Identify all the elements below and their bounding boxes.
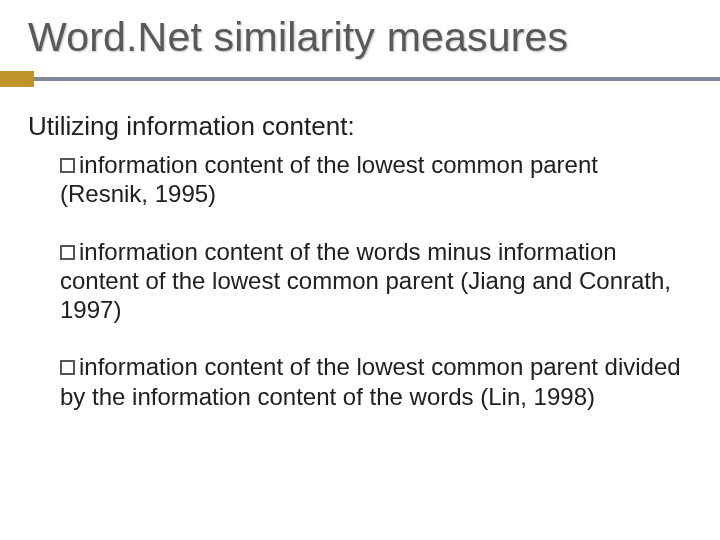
bullet-square-icon bbox=[60, 245, 75, 260]
accent-block bbox=[0, 71, 34, 87]
section-heading: Utilizing information content: bbox=[28, 111, 692, 142]
bullet-text: information content of the lowest common… bbox=[60, 353, 681, 409]
title-underline bbox=[28, 71, 692, 87]
bullet-list: information content of the lowest common… bbox=[28, 150, 692, 411]
slide: Word.Net similarity measures Utilizing i… bbox=[0, 0, 720, 540]
bullet-text: information content of the lowest common… bbox=[60, 151, 598, 207]
accent-bar bbox=[34, 77, 720, 81]
list-item: information content of the lowest common… bbox=[60, 352, 682, 411]
bullet-square-icon bbox=[60, 360, 75, 375]
list-item: information content of the lowest common… bbox=[60, 150, 682, 209]
bullet-square-icon bbox=[60, 158, 75, 173]
list-item: information content of the words minus i… bbox=[60, 237, 682, 325]
page-title: Word.Net similarity measures bbox=[28, 14, 692, 61]
bullet-text: information content of the words minus i… bbox=[60, 238, 671, 324]
